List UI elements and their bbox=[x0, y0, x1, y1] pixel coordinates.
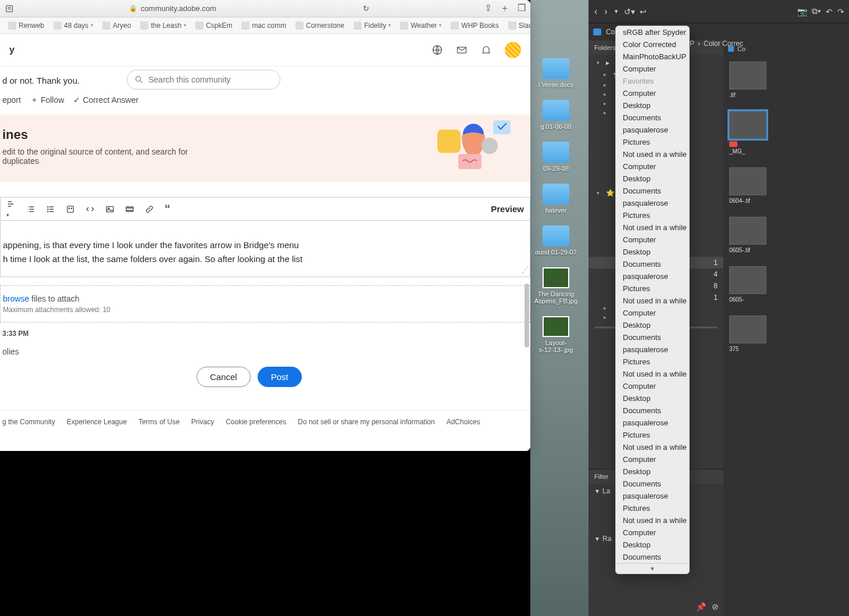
favorites-menu-item[interactable]: Computer bbox=[616, 453, 689, 465]
post-button[interactable]: Post bbox=[258, 367, 302, 387]
desktop-folder[interactable]: hatever bbox=[527, 184, 585, 214]
favorites-menu-item[interactable]: Documents bbox=[616, 404, 689, 417]
footer-link[interactable]: AdChoices bbox=[447, 418, 480, 426]
favorites-menu-item[interactable]: Pictures bbox=[616, 136, 689, 148]
report-action[interactable]: eport bbox=[2, 95, 21, 105]
bookmark-item[interactable]: Weather▾ bbox=[397, 20, 445, 31]
tabs-icon[interactable]: ❐ bbox=[518, 2, 526, 15]
messages-icon[interactable] bbox=[456, 44, 468, 56]
favorites-menu-item[interactable]: sRGB after Spyder bbox=[616, 26, 689, 38]
search-input[interactable] bbox=[148, 75, 273, 84]
bookmark-item[interactable]: mac comm bbox=[238, 20, 290, 31]
code-icon[interactable] bbox=[85, 205, 95, 214]
desktop-file[interactable]: The Dancing Aspens_FB.jpg bbox=[527, 267, 585, 305]
nav-forward-icon[interactable]: › bbox=[603, 6, 608, 17]
video-icon[interactable] bbox=[125, 205, 134, 214]
desktop-folder[interactable]: 09-29-08 bbox=[527, 142, 585, 172]
thumbnail-item[interactable]: 0605-.tif bbox=[729, 217, 849, 253]
favorites-menu-item[interactable]: Not used in a while bbox=[616, 148, 689, 160]
desktop-folder[interactable]: l Verse docs bbox=[527, 58, 585, 88]
preview-button[interactable]: Preview bbox=[491, 204, 524, 214]
bookmark-item[interactable]: Aryeo bbox=[99, 20, 134, 31]
avatar[interactable] bbox=[505, 42, 521, 58]
favorites-menu-item[interactable]: Desktop bbox=[616, 392, 689, 404]
batch-icon[interactable]: ⧉▾ bbox=[812, 6, 821, 16]
favorites-menu-item[interactable]: Documents bbox=[616, 258, 689, 270]
quote-icon[interactable]: “ bbox=[165, 202, 170, 216]
globe-icon[interactable] bbox=[431, 44, 443, 56]
favorites-menu-item[interactable]: Documents bbox=[616, 185, 689, 197]
favorites-menu-item[interactable]: Not used in a while bbox=[616, 221, 689, 234]
favorites-menu-item[interactable]: Computer bbox=[616, 234, 689, 246]
footer-link[interactable]: Privacy bbox=[191, 418, 214, 426]
favorites-menu-item[interactable]: Not used in a while bbox=[616, 295, 689, 307]
favorites-menu-item[interactable]: Desktop bbox=[616, 465, 689, 478]
reload-icon[interactable]: ↻ bbox=[363, 4, 369, 13]
bookmark-item[interactable]: the Leash▾ bbox=[137, 20, 190, 31]
favorites-menu-item[interactable]: Desktop bbox=[616, 99, 689, 112]
favorites-menu-item[interactable]: Desktop bbox=[616, 539, 689, 551]
pin-icon[interactable]: 📌 bbox=[696, 602, 706, 611]
correct-answer-action[interactable]: ✓Correct Answer bbox=[73, 95, 138, 105]
favorites-menu-item[interactable]: Computer bbox=[616, 307, 689, 319]
menu-scroll-down-icon[interactable]: ▾ bbox=[616, 563, 689, 574]
thumbnail-item[interactable]: _MG_ bbox=[729, 111, 849, 155]
bookmark-item[interactable]: CspkEm bbox=[192, 20, 236, 31]
footer-link[interactable]: Terms of Use bbox=[138, 418, 180, 426]
recent-icon[interactable]: ↺▾ bbox=[624, 7, 635, 16]
chevron-down-icon[interactable]: ▾ bbox=[613, 8, 619, 15]
favorites-menu-item[interactable]: Documents bbox=[616, 112, 689, 124]
favorites-menu-item[interactable]: Not used in a while bbox=[616, 514, 689, 527]
share-icon[interactable]: ⇪ bbox=[484, 2, 492, 15]
thumbnail-item[interactable]: .tif bbox=[729, 62, 849, 98]
redo-icon[interactable]: ↷ bbox=[837, 7, 844, 16]
favorites-menu-item[interactable]: Computer bbox=[616, 160, 689, 173]
emoji-icon[interactable] bbox=[66, 205, 75, 214]
favorites-menu-item[interactable]: Desktop bbox=[616, 173, 689, 185]
attachment-dropzone[interactable]: browse files to attach Maximum attachmen… bbox=[0, 285, 530, 323]
favorites-menu-item[interactable]: Computer bbox=[616, 527, 689, 539]
desktop-folder[interactable]: g 01-06-08 bbox=[527, 100, 585, 130]
favorites-menu-item[interactable]: Computer bbox=[616, 87, 689, 99]
url-bar[interactable]: 🔒 community.adobe.com ↻ bbox=[19, 4, 480, 13]
favorites-menu-item[interactable]: Not used in a while bbox=[616, 441, 689, 453]
favorites-menu-item[interactable]: Pictures bbox=[616, 282, 689, 295]
thumbnail-item[interactable]: 0605- bbox=[729, 266, 849, 303]
footer-link[interactable]: Experience League bbox=[67, 418, 127, 426]
follow-action[interactable]: ＋Follow bbox=[30, 95, 64, 105]
favorites-menu-item[interactable]: Documents bbox=[616, 551, 689, 563]
footer-link[interactable]: g the Community bbox=[2, 418, 55, 426]
favorites-menu-item[interactable]: Pictures bbox=[616, 356, 689, 368]
favorites-menu-item[interactable]: pasqualerose bbox=[616, 417, 689, 429]
nav-back-icon[interactable]: ‹ bbox=[593, 6, 598, 17]
new-tab-icon[interactable]: ＋ bbox=[500, 2, 509, 15]
cancel-filter-icon[interactable]: ⊘ bbox=[712, 602, 719, 611]
bridge-path-segment[interactable]: JP › Color Correc bbox=[686, 40, 743, 48]
favorites-menu-item[interactable]: Documents bbox=[616, 478, 689, 490]
favorites-menu-item[interactable]: Pictures bbox=[616, 429, 689, 441]
undo-icon[interactable]: ↶ bbox=[826, 7, 833, 16]
favorites-menu-item[interactable]: Desktop bbox=[616, 246, 689, 258]
bookmark-item[interactable]: WHP Books bbox=[447, 20, 502, 31]
browse-link[interactable]: browse bbox=[3, 294, 29, 303]
favorites-menu-item[interactable]: pasqualerose bbox=[616, 270, 689, 282]
unordered-list-icon[interactable] bbox=[46, 205, 55, 214]
favorites-menu-item[interactable]: pasqualerose bbox=[616, 197, 689, 209]
favorites-menu-item[interactable]: pasqualerose bbox=[616, 343, 689, 356]
search-input-wrap[interactable] bbox=[127, 70, 280, 89]
favorites-menu-item[interactable]: Color Corrected bbox=[616, 38, 689, 51]
bookmark-item[interactable]: Renweb bbox=[5, 20, 48, 31]
thumbnail-item[interactable]: 375 bbox=[729, 316, 849, 352]
desktop-folder[interactable]: ound 01-29-07 bbox=[527, 225, 585, 256]
favorites-menu-item[interactable]: pasqualerose bbox=[616, 490, 689, 502]
ordered-list-icon[interactable] bbox=[26, 205, 35, 214]
link-icon[interactable] bbox=[145, 205, 154, 214]
favorites-menu-item[interactable]: Not used in a while bbox=[616, 368, 689, 380]
bookmark-item[interactable]: Cornerstone bbox=[292, 20, 348, 31]
footer-link[interactable]: Do not sell or share my personal informa… bbox=[298, 418, 434, 426]
favorites-menu-item[interactable]: Desktop bbox=[616, 319, 689, 331]
bookmark-item[interactable]: 48 days▾ bbox=[50, 20, 97, 31]
favorites-menu-item[interactable]: pasqualerose bbox=[616, 124, 689, 136]
favorites-menu-item[interactable]: Pictures bbox=[616, 209, 689, 221]
cancel-button[interactable]: Cancel bbox=[197, 367, 251, 387]
